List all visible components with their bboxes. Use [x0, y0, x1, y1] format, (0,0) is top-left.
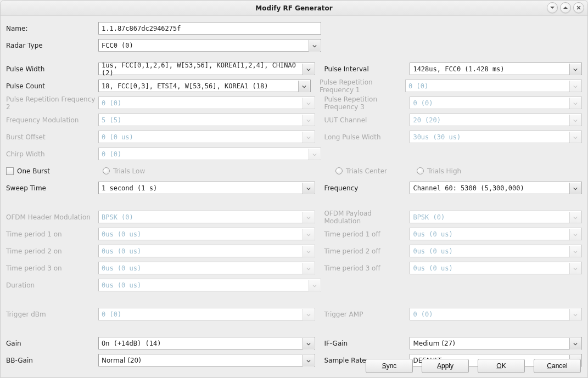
ofdm-header-mod-combo: BPSK (0) — [98, 211, 315, 223]
trials-low-radio[interactable]: Trials Low — [103, 167, 145, 175]
duration-combo: 0us (0 us) — [98, 279, 321, 291]
chevron-down-icon — [569, 263, 581, 274]
tp2on-combo: 0us (0 us) — [98, 245, 315, 257]
prf3-combo: 0 (0) — [410, 97, 582, 109]
tp2off-label: Time period 2 off — [324, 247, 410, 255]
chevron-down-icon — [569, 246, 581, 257]
chevron-down-icon — [303, 309, 314, 320]
name-input[interactable] — [98, 22, 321, 35]
tp3off-label: Time period 3 off — [324, 264, 410, 272]
tp1on-label: Time period 1 on — [6, 230, 98, 238]
prf1-label: Pulse Repetition Frequency 1 — [320, 78, 405, 94]
chevron-down-icon — [309, 280, 320, 291]
chevron-down-icon — [309, 40, 320, 52]
radar-type-combo[interactable]: FCC0 (0) — [98, 39, 321, 52]
sweep-time-label: Sweep Time — [6, 184, 98, 192]
chevron-down-icon — [569, 98, 581, 109]
chevron-down-icon — [303, 338, 314, 349]
gain-combo[interactable]: On (+14dB) (14) — [98, 337, 315, 349]
trigger-dbm-label: Trigger dBm — [6, 311, 98, 318]
trials-center-radio[interactable]: Trials Center — [335, 167, 387, 175]
if-gain-label: IF-Gain — [324, 340, 410, 347]
chevron-down-icon — [303, 183, 314, 194]
chevron-down-icon — [569, 338, 581, 349]
prf2-label: Pulse Repetition Frequency 2 — [6, 95, 98, 111]
prf3-label: Pulse Repetition Frequency 3 — [324, 95, 410, 111]
window-title: Modify RF Generator — [255, 4, 332, 12]
chevron-down-icon — [298, 81, 310, 92]
chirp-width-combo: 0 (0) — [98, 148, 321, 160]
one-burst-checkbox[interactable] — [6, 167, 14, 175]
maximize-button[interactable] — [560, 2, 571, 13]
chevron-down-icon — [303, 246, 314, 257]
chevron-down-icon — [303, 98, 314, 109]
tp1on-combo: 0us (0 us) — [98, 228, 315, 240]
pulse-width-label: Pulse Width — [6, 65, 98, 73]
name-label: Name: — [6, 25, 98, 32]
pulse-count-combo[interactable]: 18, FCC[0,3], ETSI4, W[53,56], KOREA1 (1… — [98, 80, 311, 92]
minimize-button[interactable] — [547, 2, 558, 13]
tp2off-combo: 0us (0 us) — [410, 245, 582, 257]
bb-gain-combo[interactable]: Normal (20) — [98, 354, 315, 366]
trigger-amp-combo: 0 (0) — [410, 308, 582, 320]
pulse-interval-label: Pulse Interval — [324, 65, 410, 73]
long-pulse-width-label: Long Pulse Width — [324, 133, 410, 141]
chevron-down-icon — [569, 64, 581, 75]
frequency-combo[interactable]: Channel 60: 5300 (5,300,000) — [410, 182, 582, 194]
freq-mod-label: Frequency Modulation — [6, 116, 98, 124]
gain-label: Gain — [6, 340, 98, 347]
burst-offset-combo: 0 (0 us) — [98, 131, 315, 143]
chevron-down-icon — [569, 132, 581, 143]
trigger-dbm-combo: 0 (0) — [98, 308, 315, 320]
ofdm-header-mod-label: OFDM Header Modulation — [6, 213, 98, 221]
uut-channel-label: UUT Channel — [324, 116, 410, 124]
frequency-label: Frequency — [324, 184, 410, 192]
chevron-down-icon — [569, 183, 581, 194]
tp1off-label: Time period 1 off — [324, 230, 410, 238]
titlebar: Modify RF Generator — [1, 1, 587, 16]
pulse-interval-combo[interactable]: 1428us, FCC0 (1.428 ms) — [410, 63, 582, 75]
duration-label: Duration — [6, 281, 98, 289]
pulse-width-combo[interactable]: 1us, FCC[0,1,2,6], W[53,56], KOREA[1,2,4… — [98, 63, 315, 75]
cancel-button[interactable]: Cancel — [534, 359, 581, 373]
prf2-combo: 0 (0) — [98, 97, 315, 109]
chevron-down-icon — [303, 263, 314, 274]
chevron-down-icon — [569, 212, 581, 223]
burst-offset-label: Burst Offset — [6, 133, 98, 141]
freq-mod-combo: 5 (5) — [98, 114, 315, 126]
sync-button[interactable]: Sync — [366, 359, 413, 373]
bb-gain-label: BB-Gain — [6, 357, 98, 364]
chevron-down-icon — [303, 212, 314, 223]
chevron-down-icon — [569, 81, 581, 92]
chevron-down-icon — [303, 115, 314, 126]
chevron-down-icon — [303, 355, 314, 366]
if-gain-combo[interactable]: Medium (27) — [410, 337, 582, 349]
radar-type-label: Radar Type — [6, 42, 98, 49]
chevron-down-icon — [303, 229, 314, 240]
chirp-width-label: Chirp Width — [6, 150, 98, 158]
tp1off-combo: 0us (0 us) — [410, 228, 582, 240]
ok-button[interactable]: OK — [478, 359, 525, 373]
one-burst-label: One Burst — [17, 167, 50, 175]
chevron-down-icon — [303, 64, 314, 75]
tp3off-combo: 0us (0 us) — [410, 262, 582, 274]
close-button[interactable] — [573, 2, 584, 13]
chevron-down-icon — [569, 229, 581, 240]
apply-button[interactable]: Apply — [422, 359, 469, 373]
prf1-combo: 0 (0) — [405, 80, 582, 92]
chevron-down-icon — [309, 149, 320, 160]
tp3on-combo: 0us (0 us) — [98, 262, 315, 274]
ofdm-payload-mod-label: OFDM Payload Modulation — [324, 210, 410, 225]
chevron-down-icon — [569, 309, 581, 320]
sweep-time-combo[interactable]: 1 second (1 s) — [98, 182, 315, 194]
tp2on-label: Time period 2 on — [6, 247, 98, 255]
chevron-down-icon — [303, 132, 314, 143]
trigger-amp-label: Trigger AMP — [324, 311, 410, 318]
long-pulse-width-combo: 30us (30 us) — [410, 131, 582, 143]
ofdm-payload-mod-combo: BPSK (0) — [410, 211, 582, 223]
trials-high-radio[interactable]: Trials High — [417, 167, 461, 175]
uut-channel-combo: 20 (20) — [410, 114, 582, 126]
tp3on-label: Time period 3 on — [6, 264, 98, 272]
chevron-down-icon — [569, 115, 581, 126]
pulse-count-label: Pulse Count — [6, 82, 98, 90]
